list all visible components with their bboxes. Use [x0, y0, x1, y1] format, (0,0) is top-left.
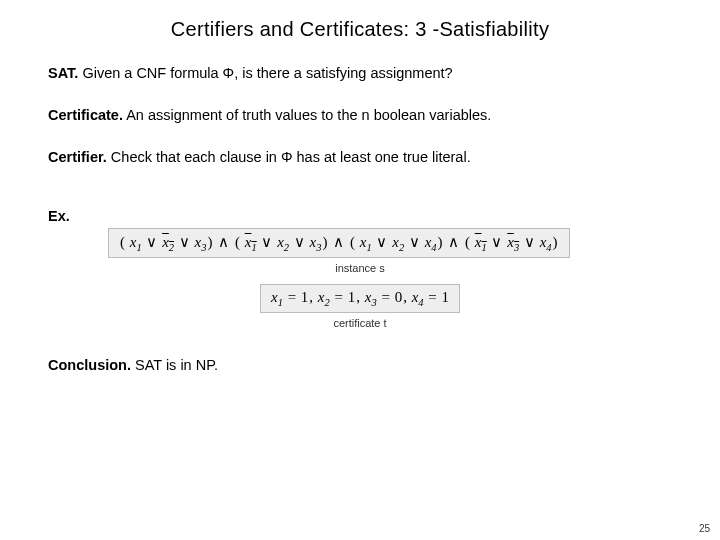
certifier-text-a: Check that each clause in: [107, 149, 281, 165]
certifier-label: Certifier.: [48, 149, 107, 165]
conclusion-line: Conclusion. SAT is in NP.: [48, 357, 672, 373]
page-number: 25: [699, 523, 710, 534]
phi-symbol: Φ: [281, 149, 293, 165]
certificate-text: An assignment of truth values to the n b…: [123, 107, 491, 123]
example-label: Ex.: [48, 208, 672, 224]
certificate-label: Certificate.: [48, 107, 123, 123]
sat-line: SAT. Given a CNF formula Φ, is there a s…: [48, 63, 672, 85]
certificate-line: Certificate. An assignment of truth valu…: [48, 105, 672, 127]
sat-label: SAT.: [48, 65, 78, 81]
sat-text-b: , is there a satisfying assignment?: [234, 65, 452, 81]
phi-symbol: Φ: [223, 65, 235, 81]
instance-formula: ( x1 ∨ x2 ∨ x3) ∧ ( x1 ∨ x2 ∨ x3) ∧ ( x1…: [108, 228, 570, 258]
certifier-line: Certifier. Check that each clause in Φ h…: [48, 147, 672, 169]
slide-title: Certifiers and Certificates: 3 -Satisfia…: [48, 18, 672, 41]
conclusion-label: Conclusion.: [48, 357, 131, 373]
certifier-text-b: has at least one true literal.: [293, 149, 471, 165]
certificate-caption: certificate t: [48, 317, 672, 329]
certificate-assignment: x1 = 1, x2 = 1, x3 = 0, x4 = 1: [260, 284, 460, 313]
instance-caption: instance s: [48, 262, 672, 274]
slide: { "title": "Certifiers and Certificates:…: [0, 0, 720, 540]
sat-text-a: Given a CNF formula: [78, 65, 222, 81]
conclusion-text: SAT is in NP.: [131, 357, 218, 373]
